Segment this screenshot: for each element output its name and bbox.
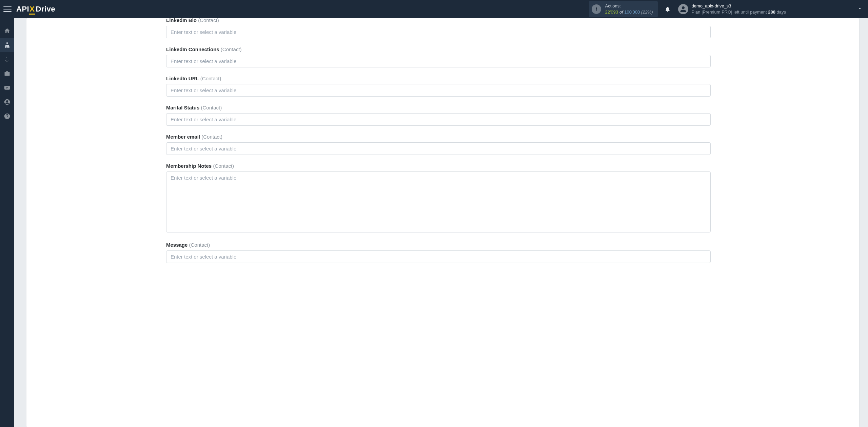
input-membership_notes[interactable] <box>166 171 711 232</box>
briefcase-icon <box>4 70 11 77</box>
logo-x: X <box>29 5 35 14</box>
home-icon <box>4 27 11 34</box>
help-icon <box>4 113 11 120</box>
field-label-text-marital_status: Marital Status <box>166 105 199 110</box>
input-linkedin_connections[interactable] <box>166 55 711 67</box>
svg-rect-2 <box>6 46 7 47</box>
input-marital_status[interactable] <box>166 113 711 126</box>
field-message: Message (Contact) <box>166 242 711 263</box>
actions-total: 100'000 <box>624 9 640 15</box>
field-label-text-message: Message <box>166 242 188 248</box>
sidebar-item-briefcase[interactable] <box>0 66 14 81</box>
main-canvas: LinkedIn Bio (Contact)LinkedIn Connectio… <box>14 18 868 427</box>
field-label-linkedin_url: LinkedIn URL (Contact) <box>166 76 711 81</box>
input-message[interactable] <box>166 250 711 263</box>
field-scope-marital_status: (Contact) <box>201 105 222 110</box>
field-label-message: Message (Contact) <box>166 242 711 248</box>
actions-usage-box[interactable]: i Actions: 22'093 of 100'000 (22%) <box>589 1 658 17</box>
field-label-linkedin_connections: LinkedIn Connections (Contact) <box>166 46 711 52</box>
sidebar-item-billing[interactable] <box>0 52 14 66</box>
input-linkedin_url[interactable] <box>166 84 711 97</box>
input-member_email[interactable] <box>166 142 711 155</box>
actions-of: of <box>619 9 623 15</box>
logo-drive: Drive <box>36 5 55 14</box>
brand-logo[interactable]: API X Drive <box>16 5 55 14</box>
user-icon <box>680 6 687 13</box>
field-scope-linkedin_bio: (Contact) <box>198 18 219 23</box>
sidebar-item-account[interactable] <box>0 95 14 109</box>
field-membership_notes: Membership Notes (Contact) <box>166 163 711 234</box>
sidebar-item-help[interactable] <box>0 109 14 123</box>
sidebar-item-connections[interactable] <box>0 38 14 52</box>
notifications-button[interactable] <box>664 5 671 13</box>
field-label-text-member_email: Member email <box>166 134 200 140</box>
field-marital_status: Marital Status (Contact) <box>166 105 711 126</box>
field-scope-linkedin_connections: (Contact) <box>221 46 242 52</box>
account-icon <box>4 99 11 105</box>
field-scope-message: (Contact) <box>189 242 210 248</box>
actions-usage-text: Actions: 22'093 of 100'000 (22%) <box>605 3 653 15</box>
field-scope-membership_notes: (Contact) <box>213 163 234 169</box>
content-panel: LinkedIn Bio (Contact)LinkedIn Connectio… <box>26 18 859 427</box>
bell-icon <box>665 6 671 12</box>
chevron-down-icon <box>857 6 863 11</box>
field-label-text-linkedin_connections: LinkedIn Connections <box>166 46 219 52</box>
sidebar-item-home[interactable] <box>0 24 14 38</box>
svg-rect-0 <box>6 43 7 44</box>
field-linkedin_connections: LinkedIn Connections (Contact) <box>166 46 711 67</box>
dollar-icon <box>4 56 11 63</box>
info-icon: i <box>592 4 601 14</box>
user-menu[interactable]: demo_apix-drive_s3 Plan |Premium PRO| le… <box>678 3 863 15</box>
field-label-membership_notes: Membership Notes (Contact) <box>166 163 711 169</box>
app-header: API X Drive i Actions: 22'093 of 100'000… <box>0 0 868 18</box>
field-linkedin_url: LinkedIn URL (Contact) <box>166 76 711 97</box>
menu-toggle-button[interactable] <box>3 5 12 13</box>
avatar <box>678 4 688 14</box>
user-plan: Plan |Premium PRO| left until payment 28… <box>692 9 786 15</box>
video-icon <box>4 84 11 91</box>
user-name: demo_apix-drive_s3 <box>692 3 786 9</box>
field-label-marital_status: Marital Status (Contact) <box>166 105 711 110</box>
actions-label: Actions: <box>605 3 653 9</box>
field-label-member_email: Member email (Contact) <box>166 134 711 140</box>
field-label-text-linkedin_url: LinkedIn URL <box>166 76 199 81</box>
field-scope-member_email: (Contact) <box>201 134 222 140</box>
logo-api: API <box>16 5 29 14</box>
svg-rect-1 <box>5 46 6 47</box>
field-label-linkedin_bio: LinkedIn Bio (Contact) <box>166 18 711 23</box>
sidebar <box>0 18 14 427</box>
svg-rect-3 <box>8 46 9 47</box>
field-label-text-linkedin_bio: LinkedIn Bio <box>166 18 197 23</box>
actions-pct: (22%) <box>641 9 653 15</box>
sidebar-item-video[interactable] <box>0 81 14 95</box>
field-mapping-form: LinkedIn Bio (Contact)LinkedIn Connectio… <box>166 18 711 271</box>
field-scope-linkedin_url: (Contact) <box>200 76 221 81</box>
user-text: demo_apix-drive_s3 Plan |Premium PRO| le… <box>692 3 786 15</box>
field-member_email: Member email (Contact) <box>166 134 711 155</box>
connections-icon <box>4 42 11 48</box>
field-label-text-membership_notes: Membership Notes <box>166 163 212 169</box>
user-menu-chevron[interactable] <box>857 6 863 13</box>
field-linkedin_bio: LinkedIn Bio (Contact) <box>166 18 711 38</box>
actions-used: 22'093 <box>605 9 618 15</box>
input-linkedin_bio[interactable] <box>166 26 711 38</box>
